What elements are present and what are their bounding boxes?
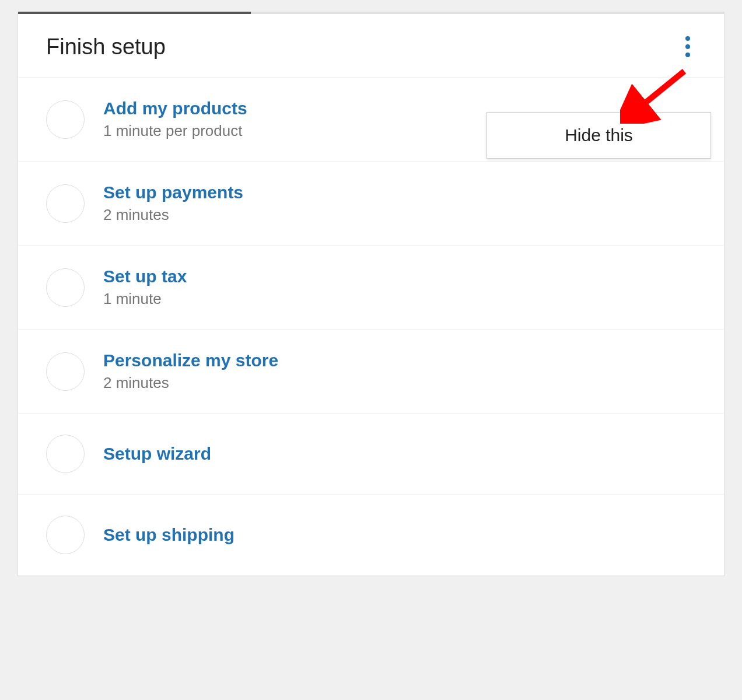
kebab-dot-icon	[685, 44, 690, 49]
task-content: Set up tax 1 minute	[103, 267, 187, 308]
task-status-circle-icon	[46, 268, 85, 307]
task-subtitle: 2 minutes	[103, 374, 278, 392]
task-subtitle: 1 minute per product	[103, 122, 247, 140]
task-title: Set up tax	[103, 267, 187, 286]
task-item-shipping[interactable]: Set up shipping	[18, 495, 724, 576]
task-item-tax[interactable]: Set up tax 1 minute	[18, 246, 724, 330]
progress-bar	[18, 12, 251, 14]
task-title: Set up payments	[103, 183, 243, 202]
more-options-button[interactable]	[680, 33, 696, 61]
card-header: Finish setup	[18, 14, 724, 78]
task-status-circle-icon	[46, 435, 85, 473]
task-content: Set up payments 2 minutes	[103, 183, 243, 224]
task-title: Add my products	[103, 99, 247, 118]
task-title: Set up shipping	[103, 525, 235, 545]
hide-this-option[interactable]: Hide this	[487, 113, 710, 158]
kebab-dot-icon	[685, 36, 690, 41]
task-item-payments[interactable]: Set up payments 2 minutes	[18, 162, 724, 246]
task-status-circle-icon	[46, 100, 85, 139]
options-popover: Hide this	[487, 112, 711, 159]
task-content: Setup wizard	[103, 444, 211, 464]
task-content: Personalize my store 2 minutes	[103, 351, 278, 392]
task-content: Add my products 1 minute per product	[103, 99, 247, 140]
task-subtitle: 2 minutes	[103, 206, 243, 224]
task-title: Setup wizard	[103, 444, 211, 464]
page-title: Finish setup	[46, 34, 166, 60]
task-status-circle-icon	[46, 352, 85, 391]
task-title: Personalize my store	[103, 351, 278, 370]
task-status-circle-icon	[46, 184, 85, 223]
task-item-setup-wizard[interactable]: Setup wizard	[18, 414, 724, 495]
setup-card: Finish setup Hide this Add my products 1…	[18, 12, 724, 576]
task-content: Set up shipping	[103, 525, 235, 545]
task-status-circle-icon	[46, 516, 85, 554]
task-subtitle: 1 minute	[103, 290, 187, 308]
task-item-personalize[interactable]: Personalize my store 2 minutes	[18, 330, 724, 414]
kebab-dot-icon	[685, 52, 690, 57]
